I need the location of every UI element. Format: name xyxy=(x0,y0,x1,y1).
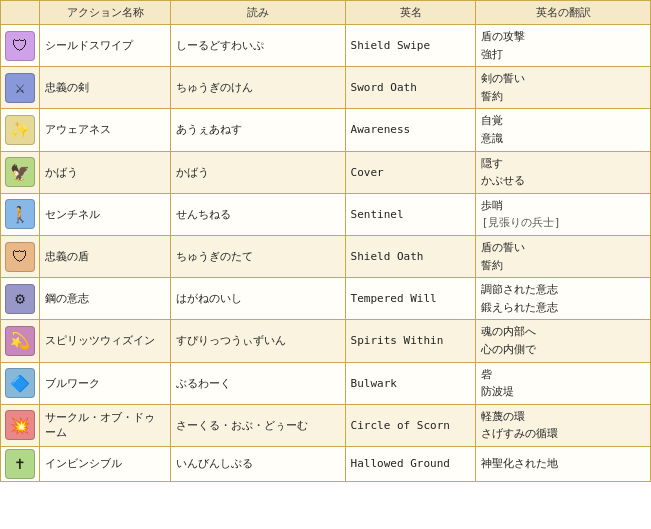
ability-icon: 🛡 xyxy=(5,242,35,272)
ability-english: Spirits Within xyxy=(345,320,476,362)
ability-english: Shield Swipe xyxy=(345,25,476,67)
ability-english: Tempered Will xyxy=(345,278,476,320)
ability-icon-cell: ✝ xyxy=(1,446,40,481)
ability-english: Hallowed Ground xyxy=(345,446,476,481)
header-english: 英名 xyxy=(345,1,476,25)
ability-name: 鋼の意志 xyxy=(40,278,171,320)
table-row: ⚔忠義の剣ちゅうぎのけんSword Oath剣の誓い誓約 xyxy=(1,67,651,109)
ability-translation: 盾の誓い誓約 xyxy=(476,235,651,277)
ability-reading: せんちねる xyxy=(171,193,345,235)
ability-name: インビンシブル xyxy=(40,446,171,481)
ability-reading: ぶるわーく xyxy=(171,362,345,404)
ability-icon: 🚶 xyxy=(5,199,35,229)
ability-english: Sentinel xyxy=(345,193,476,235)
ability-reading: あうぇあねす xyxy=(171,109,345,151)
ability-english: Cover xyxy=(345,151,476,193)
ability-translation: 盾の攻撃強打 xyxy=(476,25,651,67)
ability-english: Sword Oath xyxy=(345,67,476,109)
ability-name: かばう xyxy=(40,151,171,193)
ability-reading: しーるどすわいぷ xyxy=(171,25,345,67)
ability-icon-cell: 🔷 xyxy=(1,362,40,404)
ability-table: アクション名称 読み 英名 英名の翻訳 🛡シールドスワイプしーるどすわいぷShi… xyxy=(0,0,651,482)
table-row: 💥サークル・オブ・ドゥームさーくる・おぶ・どぅーむCircle of Scorn… xyxy=(1,404,651,446)
ability-icon: ✝ xyxy=(5,449,35,479)
ability-translation: 隠すかぶせる xyxy=(476,151,651,193)
ability-name: アウェアネス xyxy=(40,109,171,151)
ability-translation: 軽蔑の環さげすみの循環 xyxy=(476,404,651,446)
ability-icon-cell: 🛡 xyxy=(1,235,40,277)
ability-translation: 調節された意志鍛えられた意志 xyxy=(476,278,651,320)
ability-reading: いんびんしぶる xyxy=(171,446,345,481)
ability-icon-cell: 💫 xyxy=(1,320,40,362)
ability-reading: すぴりっつうぃずいん xyxy=(171,320,345,362)
table-row: 🛡シールドスワイプしーるどすわいぷShield Swipe盾の攻撃強打 xyxy=(1,25,651,67)
ability-icon: 💥 xyxy=(5,410,35,440)
ability-reading: はがねのいし xyxy=(171,278,345,320)
ability-icon: ⚙ xyxy=(5,284,35,314)
table-row: 🛡忠義の盾ちゅうぎのたてShield Oath盾の誓い誓約 xyxy=(1,235,651,277)
ability-reading: ちゅうぎのけん xyxy=(171,67,345,109)
table-row: ✝インビンシブルいんびんしぶるHallowed Ground神聖化された地 xyxy=(1,446,651,481)
header-translation: 英名の翻訳 xyxy=(476,1,651,25)
ability-icon-cell: ✨ xyxy=(1,109,40,151)
table-row: 🦅かばうかばうCover隠すかぶせる xyxy=(1,151,651,193)
ability-icon: 🦅 xyxy=(5,157,35,187)
ability-translation: 神聖化された地 xyxy=(476,446,651,481)
ability-translation: 魂の内部へ心の内側で xyxy=(476,320,651,362)
ability-name: 忠義の剣 xyxy=(40,67,171,109)
table-row: 💫スピリッツウィズインすぴりっつうぃずいんSpirits Within魂の内部へ… xyxy=(1,320,651,362)
ability-english: Awareness xyxy=(345,109,476,151)
ability-english: Bulwark xyxy=(345,362,476,404)
ability-translation: 剣の誓い誓約 xyxy=(476,67,651,109)
ability-reading: かばう xyxy=(171,151,345,193)
table-row: 🚶センチネルせんちねるSentinel歩哨[見張りの兵士] xyxy=(1,193,651,235)
ability-icon-cell: ⚙ xyxy=(1,278,40,320)
ability-icon: 🔷 xyxy=(5,368,35,398)
table-row: 🔷ブルワークぶるわーくBulwark砦防波堤 xyxy=(1,362,651,404)
header-reading: 読み xyxy=(171,1,345,25)
ability-name: センチネル xyxy=(40,193,171,235)
ability-icon: 🛡 xyxy=(5,31,35,61)
header-action: アクション名称 xyxy=(40,1,171,25)
ability-icon: ✨ xyxy=(5,115,35,145)
ability-icon: ⚔ xyxy=(5,73,35,103)
ability-translation: 自覚意識 xyxy=(476,109,651,151)
ability-reading: さーくる・おぶ・どぅーむ xyxy=(171,404,345,446)
ability-icon-cell: 🦅 xyxy=(1,151,40,193)
ability-translation: 砦防波堤 xyxy=(476,362,651,404)
ability-name: 忠義の盾 xyxy=(40,235,171,277)
ability-icon-cell: 💥 xyxy=(1,404,40,446)
ability-name: ブルワーク xyxy=(40,362,171,404)
table-row: ✨アウェアネスあうぇあねすAwareness自覚意識 xyxy=(1,109,651,151)
ability-name: サークル・オブ・ドゥーム xyxy=(40,404,171,446)
ability-reading: ちゅうぎのたて xyxy=(171,235,345,277)
ability-icon-cell: ⚔ xyxy=(1,67,40,109)
ability-translation: 歩哨[見張りの兵士] xyxy=(476,193,651,235)
ability-name: シールドスワイプ xyxy=(40,25,171,67)
ability-icon: 💫 xyxy=(5,326,35,356)
ability-icon-cell: 🛡 xyxy=(1,25,40,67)
ability-english: Shield Oath xyxy=(345,235,476,277)
ability-english: Circle of Scorn xyxy=(345,404,476,446)
ability-name: スピリッツウィズイン xyxy=(40,320,171,362)
ability-icon-cell: 🚶 xyxy=(1,193,40,235)
table-row: ⚙鋼の意志はがねのいしTempered Will調節された意志鍛えられた意志 xyxy=(1,278,651,320)
header-icon xyxy=(1,1,40,25)
